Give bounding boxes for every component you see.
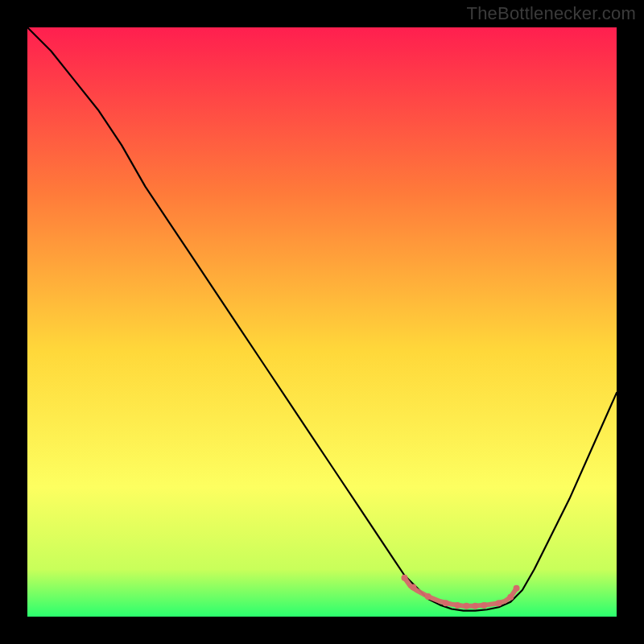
optimal-range-dot: [401, 575, 407, 581]
optimal-range-dot: [496, 600, 502, 606]
optimal-range-dot: [410, 584, 416, 590]
chart-background: [27, 27, 617, 617]
plot-area: [27, 27, 617, 617]
optimal-range-dot: [514, 585, 520, 592]
chart-container: TheBottlenecker.com: [0, 0, 644, 644]
watermark-text: TheBottlenecker.com: [467, 3, 636, 24]
optimal-range-dot: [443, 600, 449, 606]
optimal-range-dot: [425, 593, 431, 600]
optimal-range-dot: [507, 594, 514, 601]
optimal-range-dot: [481, 602, 487, 609]
optimal-range-dot: [463, 603, 469, 609]
chart-svg: [27, 27, 617, 617]
optimal-range-dot: [472, 603, 478, 609]
optimal-range-dot: [454, 602, 460, 609]
